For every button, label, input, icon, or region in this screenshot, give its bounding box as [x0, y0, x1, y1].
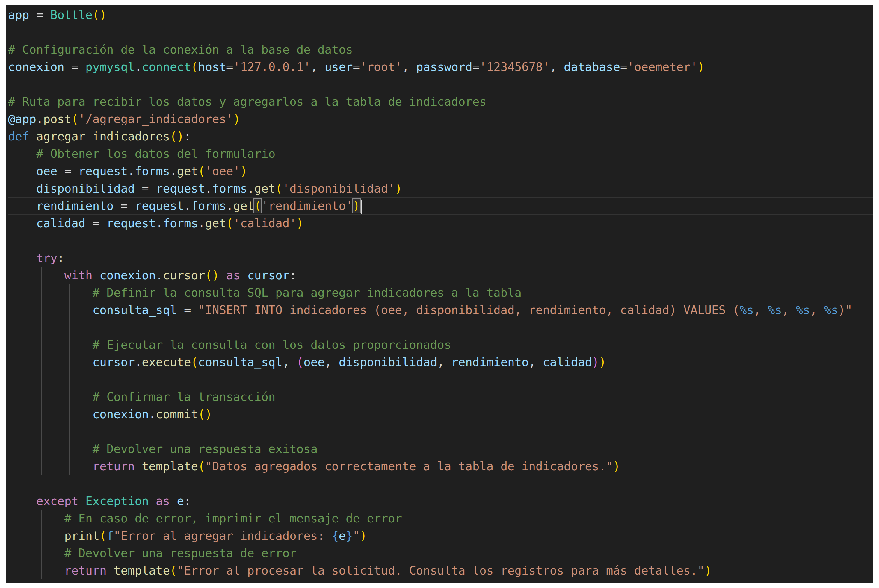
indent-guide-line — [69, 423, 70, 440]
code-token: : — [57, 251, 64, 265]
code-line[interactable] — [8, 232, 873, 249]
code-string: "Error al procesar la solicitud. Consult… — [177, 564, 705, 577]
code-token: () — [205, 268, 219, 282]
code-token: request — [135, 199, 184, 213]
code-token: : — [184, 494, 191, 508]
code-token: . — [184, 199, 191, 213]
code-line[interactable]: with conexion.cursor() as cursor: — [8, 267, 873, 284]
code-token: ) — [697, 60, 704, 74]
code-token: f — [107, 529, 114, 543]
code-string: )" — [838, 303, 852, 317]
code-line[interactable]: return template("Datos agregados correct… — [8, 458, 873, 475]
code-line[interactable]: print(f"Error al agregar indicadores: {e… — [8, 527, 873, 544]
code-comment: # Definir la consulta SQL para agregar i… — [93, 286, 521, 299]
code-token: oee — [304, 356, 325, 369]
code-token: . — [247, 182, 254, 195]
indent-guide-line — [41, 371, 42, 388]
code-token: conexion — [8, 60, 65, 74]
code-line[interactable]: consulta_sql = "INSERT INTO indicadores … — [8, 302, 873, 319]
code-token: () — [170, 130, 184, 143]
code-line[interactable] — [8, 423, 873, 440]
code-editor[interactable]: app = Bottle()# Configuración de la cone… — [6, 5, 873, 583]
code-line-current[interactable]: rendimiento = request.forms.get('rendimi… — [8, 197, 873, 214]
code-token — [149, 494, 156, 508]
code-line[interactable]: try: — [8, 249, 873, 267]
code-token — [135, 459, 142, 473]
code-token: conexion — [93, 408, 149, 421]
code-token: %s — [824, 303, 838, 317]
code-string: "Datos agregados correctamente a la tabl… — [205, 459, 613, 473]
code-token: e — [177, 494, 184, 508]
code-line[interactable]: app = Bottle() — [8, 6, 873, 24]
code-line[interactable]: return template("Error al procesar la so… — [8, 562, 873, 579]
code-line[interactable]: disponibilidad = request.forms.get('disp… — [8, 180, 873, 197]
code-token: get — [205, 216, 226, 230]
code-token: . — [128, 164, 135, 178]
code-line[interactable]: calidad = request.forms.get('calidad') — [8, 214, 873, 232]
code-token: pymysql — [86, 60, 135, 74]
code-token: ( — [198, 164, 205, 178]
code-token: . — [205, 182, 212, 195]
code-token: forms — [191, 199, 226, 213]
code-token — [8, 338, 93, 351]
code-token: oee — [36, 164, 57, 178]
code-token: . — [36, 112, 43, 126]
code-token: password — [416, 60, 472, 74]
code-line[interactable] — [8, 24, 873, 41]
code-token: agregar_indicadores — [36, 130, 170, 143]
code-token: disponibilidad — [36, 182, 135, 195]
code-line[interactable]: conexion = pymysql.connect(host='127.0.0… — [8, 58, 873, 76]
code-token: as — [226, 268, 240, 282]
code-token — [8, 529, 65, 543]
code-token: = — [177, 303, 198, 317]
code-line[interactable] — [8, 475, 873, 492]
code-token — [8, 459, 93, 473]
code-token: host — [198, 60, 226, 74]
code-line[interactable]: # Confirmar la transacción — [8, 388, 873, 406]
code-comment: # Confirmar la transacción — [93, 390, 275, 404]
code-token: , — [550, 60, 564, 74]
code-token: e — [339, 529, 346, 543]
code-line[interactable]: @app.post('/agregar_indicadores') — [8, 111, 873, 128]
code-token: rendimiento — [451, 356, 529, 369]
code-token — [8, 251, 36, 265]
code-line[interactable] — [8, 371, 873, 388]
code-token: . — [135, 356, 142, 369]
code-line[interactable]: # Definir la consulta SQL para agregar i… — [8, 284, 873, 302]
code-token: ( — [226, 216, 233, 230]
code-line[interactable]: # Devolver una respuesta exitosa — [8, 440, 873, 458]
code-token — [8, 546, 65, 560]
code-line[interactable]: def agregar_indicadores(): — [8, 128, 873, 145]
code-token — [8, 390, 93, 404]
code-string: , — [754, 303, 768, 317]
code-token: ( — [71, 112, 78, 126]
code-line[interactable]: conexion.commit() — [8, 406, 873, 423]
code-line[interactable]: cursor.execute(consulta_sql, (oee, dispo… — [8, 354, 873, 371]
indent-guide-line — [69, 371, 70, 388]
code-line[interactable]: # Configuración de la conexión a la base… — [8, 41, 873, 58]
code-string: 'disponibilidad' — [282, 182, 395, 195]
code-token: cursor — [93, 356, 135, 369]
code-token — [8, 494, 36, 508]
code-token — [8, 303, 93, 317]
indent-guide-line — [69, 319, 70, 336]
code-line[interactable]: oee = request.forms.get('oee') — [8, 163, 873, 180]
code-line[interactable]: # En caso de error, imprimir el mensaje … — [8, 510, 873, 527]
code-line[interactable]: # Obtener los datos del formulario — [8, 145, 873, 163]
code-line[interactable]: # Ejecutar la consulta con los datos pro… — [8, 336, 873, 354]
code-token: request — [78, 164, 128, 178]
code-token — [29, 130, 36, 143]
code-line[interactable]: # Ruta para recibir los datos y agregarl… — [8, 93, 873, 111]
indent-guide-line — [13, 423, 14, 440]
text-cursor-caret — [361, 200, 362, 214]
code-token — [8, 442, 93, 456]
code-token: conexion — [99, 268, 156, 282]
code-string: 'root' — [360, 60, 402, 74]
code-token: = — [65, 60, 86, 74]
code-line[interactable] — [8, 76, 873, 93]
code-line[interactable]: # Devolver una respuesta de error — [8, 544, 873, 562]
code-line[interactable]: except Exception as e: — [8, 492, 873, 510]
code-token: ( — [191, 60, 198, 74]
code-line[interactable] — [8, 319, 873, 336]
code-string: 'rendimiento' — [261, 199, 353, 213]
